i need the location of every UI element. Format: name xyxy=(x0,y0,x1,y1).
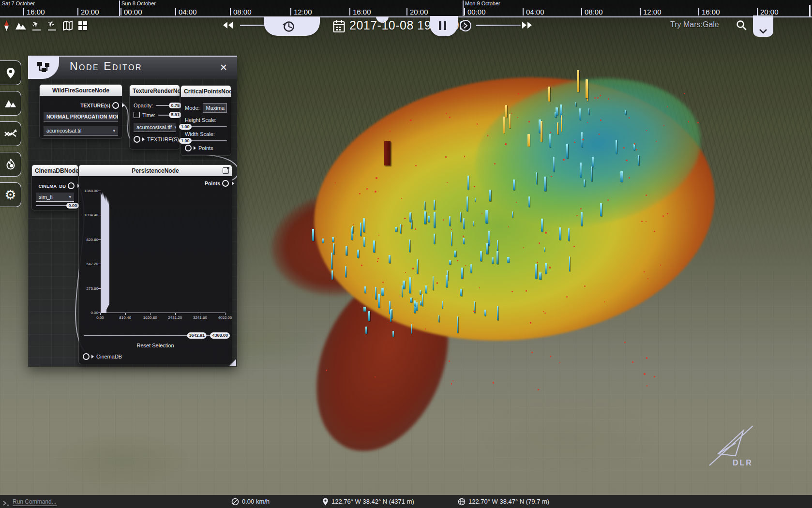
mode-select[interactable]: Maxima xyxy=(203,103,227,113)
critical-point-bar xyxy=(507,257,510,263)
step-forward-button[interactable] xyxy=(460,20,471,31)
time-checkbox[interactable] xyxy=(134,112,140,118)
sidebar-item-settings[interactable]: ⚙ xyxy=(0,182,21,207)
critical-point-bar xyxy=(616,140,617,154)
rewind-button[interactable] xyxy=(223,21,233,29)
time-value[interactable]: 5.91 xyxy=(169,112,181,118)
popout-icon[interactable] xyxy=(223,167,229,174)
terrain-view-button[interactable] xyxy=(15,21,27,30)
critical-point-bar xyxy=(580,163,582,178)
chart-y-tick-label: 0.00 xyxy=(90,311,98,315)
chart-x-tick-label: 0.00 xyxy=(96,315,104,320)
fire-spot-dot xyxy=(636,149,637,150)
critical-point-bar xyxy=(428,216,430,222)
node-title[interactable]: PersistenceNode xyxy=(79,165,232,176)
output-socket-textures[interactable] xyxy=(112,102,119,109)
search-button[interactable] xyxy=(736,19,747,31)
pause-button[interactable] xyxy=(430,16,458,36)
output-socket-points[interactable] xyxy=(222,180,229,187)
persistence-chart[interactable]: 1368.001094.40820.80547.20273.600.000.00… xyxy=(83,188,228,331)
dashboard-button[interactable] xyxy=(78,21,88,30)
sidebar-item-terrain[interactable] xyxy=(0,91,21,116)
flight-landing-button[interactable]: ✈ xyxy=(47,20,58,31)
fire-spot-dot xyxy=(359,193,361,194)
fire-spot-dot xyxy=(644,373,646,375)
fire-spot-dot xyxy=(410,120,411,121)
critical-point-bar xyxy=(460,289,462,297)
close-button[interactable]: ✕ xyxy=(217,61,230,74)
selection-range-slider[interactable]: 3642.91 4368.00 xyxy=(84,332,227,340)
input-socket-cinemadb[interactable] xyxy=(83,353,90,360)
timeline-tick: 12:00 xyxy=(290,8,312,16)
map-toolbar: ✈ ✈ xyxy=(3,19,88,32)
mountains-icon xyxy=(4,99,17,108)
fire-spot-dot xyxy=(375,191,376,193)
output-label: CINEMA_DB xyxy=(39,183,66,189)
sidebar-item-fire[interactable] xyxy=(0,152,21,177)
fire-spot-dot xyxy=(516,202,517,203)
input-socket-points[interactable] xyxy=(185,145,192,151)
time-value[interactable]: 0.00 xyxy=(66,203,79,209)
critical-point-bar xyxy=(575,102,576,107)
range-handle-right[interactable]: 4368.00 xyxy=(210,332,230,339)
simulation-dropdown[interactable]: sim_fi xyxy=(36,193,74,202)
collapse-timeline-tab[interactable] xyxy=(753,15,773,37)
fast-forward-button[interactable] xyxy=(522,21,532,29)
map-layers-button[interactable] xyxy=(62,20,73,31)
propagation-mode-dropdown[interactable]: NORMAL PROPAGATION MODE xyxy=(44,112,118,121)
fire-spot-dot xyxy=(446,113,447,114)
node-persistence[interactable]: PersistenceNode Points 1368.001094.40820… xyxy=(79,165,232,364)
critical-point-bar xyxy=(581,212,583,226)
node-texture-render[interactable]: TextureRenderNode Opacity: 0.75 Time: 5.… xyxy=(130,85,180,149)
input-socket-textures[interactable] xyxy=(134,136,140,143)
fire-spot-dot xyxy=(445,156,447,158)
node-editor-tab[interactable] xyxy=(28,56,59,79)
dlr-logo: DLR xyxy=(707,422,756,468)
tiles-icon xyxy=(78,21,88,30)
node-critical-points[interactable]: CriticalPointsNode Mode: Maxima Height S… xyxy=(181,86,231,155)
node-wildfire-source[interactable]: WildFireSourceNode TEXTURE(s) NORMAL PRO… xyxy=(40,85,122,138)
fire-spot-dot xyxy=(465,265,466,267)
critical-point-bar xyxy=(561,115,562,132)
node-title[interactable]: CriticalPointsNode xyxy=(181,86,231,97)
critical-point-bar xyxy=(333,243,334,254)
height-scale-value[interactable]: 1.00 xyxy=(179,124,192,130)
command-input[interactable] xyxy=(13,498,57,506)
fire-spot-dot xyxy=(463,236,464,237)
critical-point-bar xyxy=(395,227,397,232)
chart-y-tick xyxy=(98,215,101,215)
fire-spot-dot xyxy=(574,142,575,143)
texture-file-dropdown[interactable]: acumcostsal.tif xyxy=(134,123,176,132)
gear-icon: ⚙ xyxy=(4,188,16,201)
width-scale-value[interactable]: 1.00 xyxy=(179,138,192,144)
time-reset-pill[interactable] xyxy=(264,16,320,36)
node-title[interactable]: WildFireSourceNode xyxy=(40,85,122,96)
critical-point-bar xyxy=(460,212,461,222)
texture-file-dropdown[interactable]: acumcostsal.tif xyxy=(44,126,118,135)
node-title[interactable]: CinemaDBNode xyxy=(32,165,78,176)
sidebar-item-locations[interactable] xyxy=(0,60,21,85)
fire-spot-dot xyxy=(530,322,531,323)
reset-selection-button[interactable]: Reset Selection xyxy=(83,343,228,348)
flight-takeoff-button[interactable]: ✈ xyxy=(31,20,42,31)
opacity-value[interactable]: 0.75 xyxy=(169,103,181,109)
fire-spot-dot xyxy=(531,352,533,353)
timeline[interactable]: Sat 7 OctoberSun 8 OctoberMon 9 October1… xyxy=(0,0,812,17)
critical-point-bar xyxy=(434,200,435,210)
pointer-position: 122.70° W 38.47° N (79.7 m) xyxy=(458,498,549,506)
fire-spot-dot xyxy=(528,121,530,122)
node-cinema-db[interactable]: CinemaDBNode CINEMA_DB sim_fi 0.00 xyxy=(32,165,78,210)
node-editor-header[interactable]: Node Editor ✕ xyxy=(28,56,237,79)
range-handle-left[interactable]: 3642.91 xyxy=(187,332,207,339)
node-title[interactable]: TextureRenderNode xyxy=(130,85,180,96)
speed-slider-right[interactable] xyxy=(476,25,521,26)
sidebar-item-statistics[interactable] xyxy=(0,121,21,146)
fire-spot-dot xyxy=(449,360,450,362)
output-socket-cinemadb[interactable] xyxy=(68,182,75,189)
critical-point-bar xyxy=(411,324,412,334)
fire-spot-dot xyxy=(654,231,655,232)
fire-spot-dot xyxy=(415,228,416,230)
compass-button[interactable] xyxy=(3,20,10,31)
critical-point-bar xyxy=(492,257,494,264)
socket-arrow xyxy=(232,181,234,185)
